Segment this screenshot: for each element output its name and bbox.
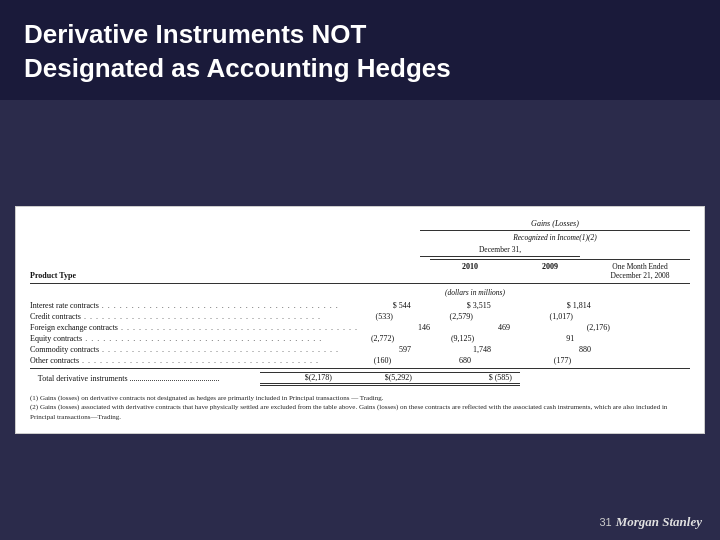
col-2008-line2: December 21, 2008	[590, 271, 690, 280]
total-dots: ........................................…	[130, 374, 220, 383]
footnotes: (1) Gains (losses) on derivative contrac…	[30, 394, 690, 423]
dec31-label: December 31,	[420, 245, 580, 257]
row-val-2008-1: (1,017)	[481, 312, 581, 321]
total-val-2009: $(5,292)	[340, 372, 420, 386]
footnote-1: (1) Gains (losses) on derivative contrac…	[30, 394, 690, 404]
row-val-2009-0: $ 3,515	[419, 301, 499, 310]
product-type-header: Product Type	[30, 271, 260, 280]
row-val-2009-3: (9,125)	[402, 334, 482, 343]
row-val-2009-1: (2,579)	[401, 312, 481, 321]
row-label-0: Interest rate contracts . . . . . . . . …	[30, 301, 339, 310]
row-val-2009-2: 469	[438, 323, 518, 332]
row-val-2009-4: 1,748	[419, 345, 499, 354]
footnote-2: (2) Gains (losses) associated with deriv…	[30, 403, 690, 423]
table-body: Interest rate contracts . . . . . . . . …	[30, 301, 690, 365]
table-row: Foreign exchange contracts . . . . . . .…	[30, 323, 690, 332]
table-row: Other contracts . . . . . . . . . . . . …	[30, 356, 690, 365]
table-row: Interest rate contracts . . . . . . . . …	[30, 301, 690, 310]
row-val-2008-3: 91	[482, 334, 582, 343]
table-row: Credit contracts . . . . . . . . . . . .…	[30, 312, 690, 321]
data-table: Gains (Losses) Recognized in Income(1)(2…	[15, 206, 705, 434]
table-row: Commodity contracts . . . . . . . . . . …	[30, 345, 690, 354]
row-label-4: Commodity contracts . . . . . . . . . . …	[30, 345, 339, 354]
col-header-2009: 2009	[510, 259, 590, 280]
row-val-2010-1: (533)	[321, 312, 401, 321]
total-row: Total derivative instruments ...........…	[30, 368, 690, 386]
ms-logo: Morgan Stanley	[616, 514, 702, 530]
slide-header: Derivative Instruments NOT Designated as…	[0, 0, 720, 100]
footer-logo-area: 31 Morgan Stanley	[599, 514, 702, 530]
row-val-2010-3: (2,772)	[322, 334, 402, 343]
title-line2: Designated as Accounting Hedges	[24, 53, 451, 83]
row-val-2008-5: (177)	[479, 356, 579, 365]
column-headers: Product Type 2010 2009 One Month Ended D…	[30, 259, 690, 284]
dollars-note: (dollars in millions)	[260, 288, 690, 297]
row-val-2010-2: 146	[358, 323, 438, 332]
total-label-text: Total derivative instruments	[38, 374, 128, 383]
gains-title: Gains (Losses)	[420, 219, 690, 231]
col-header-2008: One Month Ended December 21, 2008	[590, 259, 690, 280]
total-val-2010: $(2,178)	[260, 372, 340, 386]
total-val-2008: $ (585)	[420, 372, 520, 386]
row-label-2: Foreign exchange contracts . . . . . . .…	[30, 323, 358, 332]
row-val-2009-5: 680	[399, 356, 479, 365]
row-val-2010-5: (160)	[319, 356, 399, 365]
col-2008-line1: One Month Ended	[590, 262, 690, 271]
slide: Derivative Instruments NOT Designated as…	[0, 0, 720, 540]
row-val-2008-2: (2,176)	[518, 323, 618, 332]
row-label-3: Equity contracts . . . . . . . . . . . .…	[30, 334, 322, 343]
content-area: Gains (Losses) Recognized in Income(1)(2…	[0, 100, 720, 540]
total-label: Total derivative instruments ...........…	[30, 374, 260, 383]
title-line1: Derivative Instruments NOT	[24, 19, 366, 49]
row-val-2010-4: 597	[339, 345, 419, 354]
row-val-2008-4: 880	[499, 345, 599, 354]
col-header-2010: 2010	[430, 259, 510, 280]
gains-header-container: Gains (Losses) Recognized in Income(1)(2…	[30, 219, 690, 257]
row-label-5: Other contracts . . . . . . . . . . . . …	[30, 356, 319, 365]
gains-subtitle: Recognized in Income(1)(2)	[420, 233, 690, 242]
row-val-2010-0: $ 544	[339, 301, 419, 310]
slide-title: Derivative Instruments NOT Designated as…	[24, 18, 696, 86]
row-val-2008-0: $ 1,814	[499, 301, 599, 310]
row-label-1: Credit contracts . . . . . . . . . . . .…	[30, 312, 321, 321]
table-row: Equity contracts . . . . . . . . . . . .…	[30, 334, 690, 343]
page-number: 31	[599, 516, 611, 528]
